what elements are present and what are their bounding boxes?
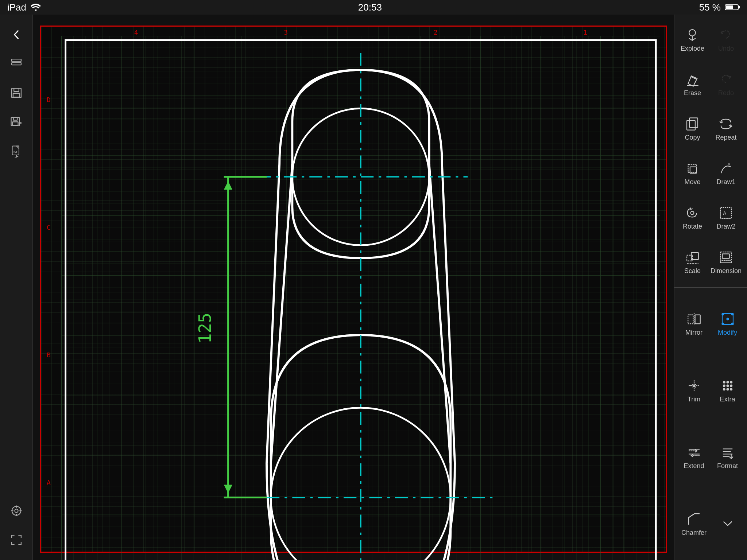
svg-point-16 — [15, 509, 18, 512]
svg-rect-9 — [13, 117, 17, 120]
target-button[interactable] — [4, 498, 29, 524]
undo-button[interactable]: Undo — [709, 18, 743, 61]
more-button[interactable] — [712, 491, 743, 556]
svg-rect-3 — [12, 59, 21, 61]
svg-point-86 — [721, 313, 724, 315]
modify-label: Modify — [718, 329, 737, 337]
mirror-label: Mirror — [685, 329, 703, 337]
right-toolbar-primary: Explode Undo Erase Redo Copy — [674, 15, 747, 287]
technical-drawing: 125 Finish Basic Toleranc — [61, 36, 660, 560]
layers-button[interactable] — [4, 51, 29, 77]
redo-button[interactable]: Redo — [709, 63, 743, 105]
svg-rect-67 — [690, 118, 698, 127]
svg-rect-74 — [687, 255, 693, 261]
repeat-button[interactable]: Repeat — [709, 107, 743, 150]
format-button[interactable]: Format — [712, 425, 743, 490]
chamfer-button[interactable]: Chamfer — [678, 491, 710, 556]
svg-rect-6 — [14, 88, 19, 92]
svg-text:PDF: PDF — [13, 151, 18, 153]
mirror-button[interactable]: Mirror — [678, 291, 710, 356]
svg-point-101 — [730, 381, 732, 383]
ruler-label-2: 2 — [434, 28, 438, 36]
rotate-button[interactable]: Rotate — [678, 197, 707, 239]
extra-label: Extra — [720, 396, 735, 403]
right-toolbar-secondary: Mirror Modify Trim — [674, 287, 747, 560]
move-button[interactable]: Move — [678, 152, 707, 194]
left-sidebar: PDF — [0, 15, 33, 560]
dimension-label: Dimension — [711, 267, 742, 275]
ruler-top: 4 3 2 1 — [61, 28, 660, 36]
trim-button[interactable]: Trim — [678, 358, 710, 423]
move-label: Move — [684, 178, 700, 186]
ruler-label-c: C — [47, 223, 61, 231]
time-display: 20:53 — [358, 2, 382, 13]
ruler-label-b: B — [47, 351, 61, 359]
repeat-label: Repeat — [715, 134, 736, 141]
dimension-button[interactable]: Dimension — [709, 241, 743, 284]
battery-label: 55 % — [699, 2, 721, 13]
ruler-label-a: A — [47, 479, 61, 486]
back-button[interactable] — [4, 22, 29, 47]
undo-label: Undo — [718, 45, 734, 52]
export-pdf-button[interactable]: PDF — [4, 139, 29, 164]
device-label: iPad — [7, 2, 26, 13]
chamfer-label: Chamfer — [681, 529, 707, 537]
ruler-label-d: D — [47, 96, 61, 104]
fullscreen-button[interactable] — [4, 527, 29, 553]
svg-point-103 — [727, 388, 728, 390]
svg-point-89 — [731, 323, 734, 325]
trim-label: Trim — [688, 396, 700, 403]
svg-point-98 — [730, 385, 732, 386]
drawing-area[interactable]: 4 3 2 1 D C B A — [33, 15, 674, 560]
save-as-button[interactable] — [4, 109, 29, 135]
svg-text:A: A — [723, 210, 727, 216]
svg-point-71 — [691, 211, 694, 215]
save-button[interactable] — [4, 80, 29, 106]
draw1-label: Draw1 — [716, 178, 735, 186]
wifi-icon — [31, 4, 41, 11]
svg-rect-1 — [738, 6, 740, 8]
svg-point-96 — [723, 385, 725, 386]
svg-rect-4 — [12, 63, 21, 65]
svg-point-100 — [727, 381, 728, 383]
svg-line-114 — [689, 514, 694, 518]
explode-button[interactable]: Explode — [678, 18, 707, 61]
svg-point-97 — [727, 385, 728, 386]
explode-label: Explode — [681, 45, 704, 52]
svg-rect-68 — [688, 164, 697, 173]
ruler-label-3: 3 — [284, 28, 288, 36]
svg-text:125: 125 — [195, 313, 215, 344]
svg-rect-7 — [13, 93, 19, 97]
scale-button[interactable]: Scale — [678, 241, 707, 284]
svg-rect-83 — [695, 315, 700, 324]
canvas-container: 4 3 2 1 D C B A — [40, 26, 667, 553]
svg-point-88 — [721, 323, 724, 325]
draw2-label: Draw2 — [716, 223, 735, 230]
ruler-label-1: 1 — [583, 28, 587, 36]
format-label: Format — [717, 462, 738, 470]
extend-button[interactable]: Extend — [678, 425, 710, 490]
erase-button[interactable]: Erase — [678, 63, 707, 105]
scale-label: Scale — [684, 267, 701, 275]
modify-button[interactable]: Modify — [712, 291, 743, 356]
svg-point-87 — [731, 313, 734, 315]
draw2-button[interactable]: A Draw2 — [709, 197, 743, 239]
erase-label: Erase — [684, 89, 701, 97]
copy-button[interactable]: Copy — [678, 107, 707, 150]
extend-label: Extend — [684, 462, 704, 470]
svg-text:A: A — [728, 162, 731, 167]
status-bar: iPad 20:53 55 % — [0, 0, 747, 15]
draw1-button[interactable]: A Draw1 — [709, 152, 743, 194]
svg-rect-84 — [688, 315, 693, 324]
svg-rect-66 — [687, 120, 696, 130]
svg-point-63 — [689, 30, 696, 36]
svg-point-99 — [723, 381, 725, 383]
ruler-label-4: 4 — [134, 28, 138, 36]
svg-rect-78 — [723, 254, 729, 258]
extra-button[interactable]: Extra — [712, 358, 743, 423]
svg-point-104 — [730, 388, 732, 390]
svg-rect-2 — [726, 5, 733, 9]
svg-point-90 — [726, 318, 729, 320]
rotate-label: Rotate — [683, 223, 702, 230]
svg-rect-10 — [12, 122, 18, 125]
